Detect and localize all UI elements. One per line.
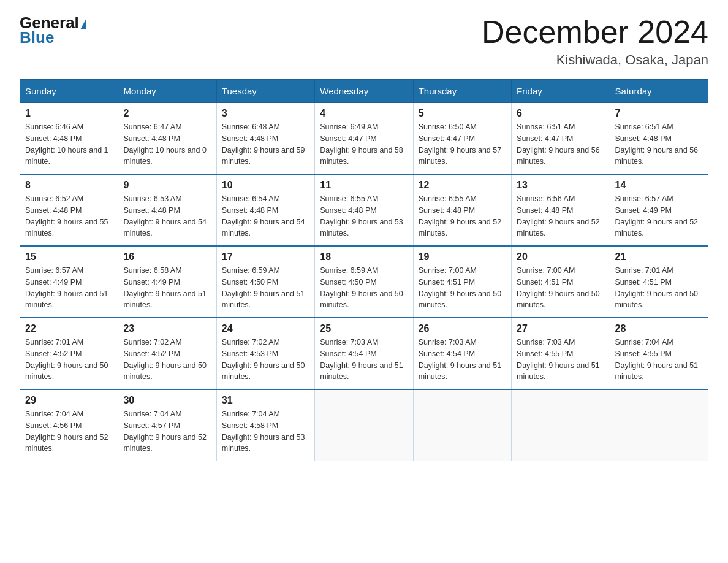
calendar-week-row: 22 Sunrise: 7:01 AM Sunset: 4:52 PM Dayl…: [20, 318, 708, 389]
table-row: 18 Sunrise: 6:59 AM Sunset: 4:50 PM Dayl…: [315, 246, 413, 318]
day-info: Sunrise: 7:02 AM Sunset: 4:53 PM Dayligh…: [222, 337, 309, 383]
day-number: 24: [222, 323, 309, 334]
table-row: 16 Sunrise: 6:58 AM Sunset: 4:49 PM Dayl…: [118, 246, 216, 318]
day-info: Sunrise: 6:49 AM Sunset: 4:47 PM Dayligh…: [320, 121, 408, 167]
day-number: 4: [320, 108, 408, 119]
day-info: Sunrise: 6:51 AM Sunset: 4:48 PM Dayligh…: [615, 121, 703, 167]
day-info: Sunrise: 6:52 AM Sunset: 4:48 PM Dayligh…: [25, 193, 113, 239]
table-row: 8 Sunrise: 6:52 AM Sunset: 4:48 PM Dayli…: [20, 174, 118, 246]
day-info: Sunrise: 7:03 AM Sunset: 4:55 PM Dayligh…: [517, 337, 604, 383]
logo: General Blue: [20, 15, 88, 45]
day-info: Sunrise: 6:55 AM Sunset: 4:48 PM Dayligh…: [419, 193, 506, 239]
day-number: 13: [517, 180, 604, 191]
table-row: 19 Sunrise: 7:00 AM Sunset: 4:51 PM Dayl…: [413, 246, 511, 318]
day-number: 16: [123, 251, 211, 262]
day-number: 1: [25, 108, 113, 119]
calendar-table: Sunday Monday Tuesday Wednesday Thursday…: [20, 79, 708, 461]
day-number: 26: [419, 323, 506, 334]
table-row: [512, 389, 610, 461]
calendar-week-row: 29 Sunrise: 7:04 AM Sunset: 4:56 PM Dayl…: [20, 389, 708, 461]
day-info: Sunrise: 6:57 AM Sunset: 4:49 PM Dayligh…: [25, 265, 113, 311]
day-info: Sunrise: 7:04 AM Sunset: 4:55 PM Dayligh…: [615, 337, 703, 383]
calendar-week-row: 15 Sunrise: 6:57 AM Sunset: 4:49 PM Dayl…: [20, 246, 708, 318]
day-info: Sunrise: 6:47 AM Sunset: 4:48 PM Dayligh…: [123, 121, 211, 167]
day-number: 12: [419, 180, 506, 191]
day-info: Sunrise: 6:54 AM Sunset: 4:48 PM Dayligh…: [222, 193, 309, 239]
day-number: 23: [123, 323, 211, 334]
table-row: 31 Sunrise: 7:04 AM Sunset: 4:58 PM Dayl…: [216, 389, 314, 461]
header-saturday: Saturday: [610, 80, 708, 103]
table-row: 28 Sunrise: 7:04 AM Sunset: 4:55 PM Dayl…: [610, 318, 708, 389]
day-info: Sunrise: 7:03 AM Sunset: 4:54 PM Dayligh…: [320, 337, 408, 383]
header-thursday: Thursday: [413, 80, 511, 103]
day-info: Sunrise: 6:48 AM Sunset: 4:48 PM Dayligh…: [222, 121, 309, 167]
table-row: 3 Sunrise: 6:48 AM Sunset: 4:48 PM Dayli…: [216, 103, 314, 175]
header-monday: Monday: [118, 80, 216, 103]
table-row: 25 Sunrise: 7:03 AM Sunset: 4:54 PM Dayl…: [315, 318, 413, 389]
page-header: General Blue December 2024 Kishiwada, Os…: [20, 15, 708, 68]
table-row: 6 Sunrise: 6:51 AM Sunset: 4:47 PM Dayli…: [512, 103, 610, 175]
table-row: 27 Sunrise: 7:03 AM Sunset: 4:55 PM Dayl…: [512, 318, 610, 389]
day-number: 5: [419, 108, 506, 119]
table-row: 26 Sunrise: 7:03 AM Sunset: 4:54 PM Dayl…: [413, 318, 511, 389]
table-row: 21 Sunrise: 7:01 AM Sunset: 4:51 PM Dayl…: [610, 246, 708, 318]
header-wednesday: Wednesday: [315, 80, 413, 103]
day-number: 7: [615, 108, 703, 119]
day-number: 29: [25, 395, 113, 406]
month-title: December 2024: [482, 15, 708, 50]
day-number: 14: [615, 180, 703, 191]
day-info: Sunrise: 7:04 AM Sunset: 4:58 PM Dayligh…: [222, 408, 309, 454]
table-row: [315, 389, 413, 461]
day-number: 3: [222, 108, 309, 119]
table-row: 24 Sunrise: 7:02 AM Sunset: 4:53 PM Dayl…: [216, 318, 314, 389]
day-info: Sunrise: 6:59 AM Sunset: 4:50 PM Dayligh…: [320, 265, 408, 311]
table-row: 10 Sunrise: 6:54 AM Sunset: 4:48 PM Dayl…: [216, 174, 314, 246]
table-row: 1 Sunrise: 6:46 AM Sunset: 4:48 PM Dayli…: [20, 103, 118, 175]
day-number: 6: [517, 108, 604, 119]
title-area: December 2024 Kishiwada, Osaka, Japan: [482, 15, 708, 68]
table-row: [610, 389, 708, 461]
location-text: Kishiwada, Osaka, Japan: [482, 52, 708, 68]
day-info: Sunrise: 7:04 AM Sunset: 4:56 PM Dayligh…: [25, 408, 113, 454]
day-number: 9: [123, 180, 211, 191]
day-number: 18: [320, 251, 408, 262]
day-number: 21: [615, 251, 703, 262]
day-info: Sunrise: 7:01 AM Sunset: 4:51 PM Dayligh…: [615, 265, 703, 311]
day-number: 11: [320, 180, 408, 191]
calendar-week-row: 8 Sunrise: 6:52 AM Sunset: 4:48 PM Dayli…: [20, 174, 708, 246]
day-info: Sunrise: 7:03 AM Sunset: 4:54 PM Dayligh…: [419, 337, 506, 383]
day-number: 15: [25, 251, 113, 262]
table-row: 13 Sunrise: 6:56 AM Sunset: 4:48 PM Dayl…: [512, 174, 610, 246]
day-info: Sunrise: 6:53 AM Sunset: 4:48 PM Dayligh…: [123, 193, 211, 239]
table-row: 29 Sunrise: 7:04 AM Sunset: 4:56 PM Dayl…: [20, 389, 118, 461]
calendar-week-row: 1 Sunrise: 6:46 AM Sunset: 4:48 PM Dayli…: [20, 103, 708, 175]
day-number: 2: [123, 108, 211, 119]
day-number: 19: [419, 251, 506, 262]
day-number: 20: [517, 251, 604, 262]
day-info: Sunrise: 7:01 AM Sunset: 4:52 PM Dayligh…: [25, 337, 113, 383]
table-row: 15 Sunrise: 6:57 AM Sunset: 4:49 PM Dayl…: [20, 246, 118, 318]
day-info: Sunrise: 6:51 AM Sunset: 4:47 PM Dayligh…: [517, 121, 604, 167]
day-info: Sunrise: 6:57 AM Sunset: 4:49 PM Dayligh…: [615, 193, 703, 239]
day-info: Sunrise: 7:02 AM Sunset: 4:52 PM Dayligh…: [123, 337, 211, 383]
table-row: 14 Sunrise: 6:57 AM Sunset: 4:49 PM Dayl…: [610, 174, 708, 246]
day-info: Sunrise: 6:56 AM Sunset: 4:48 PM Dayligh…: [517, 193, 604, 239]
header-sunday: Sunday: [20, 80, 118, 103]
table-row: 23 Sunrise: 7:02 AM Sunset: 4:52 PM Dayl…: [118, 318, 216, 389]
day-info: Sunrise: 6:59 AM Sunset: 4:50 PM Dayligh…: [222, 265, 309, 311]
day-number: 8: [25, 180, 113, 191]
table-row: 17 Sunrise: 6:59 AM Sunset: 4:50 PM Dayl…: [216, 246, 314, 318]
logo-blue-text: Blue: [20, 29, 54, 45]
table-row: 22 Sunrise: 7:01 AM Sunset: 4:52 PM Dayl…: [20, 318, 118, 389]
day-number: 31: [222, 395, 309, 406]
table-row: 20 Sunrise: 7:00 AM Sunset: 4:51 PM Dayl…: [512, 246, 610, 318]
logo-triangle-icon: [80, 18, 86, 29]
table-row: 9 Sunrise: 6:53 AM Sunset: 4:48 PM Dayli…: [118, 174, 216, 246]
day-number: 28: [615, 323, 703, 334]
table-row: 7 Sunrise: 6:51 AM Sunset: 4:48 PM Dayli…: [610, 103, 708, 175]
day-number: 25: [320, 323, 408, 334]
table-row: 11 Sunrise: 6:55 AM Sunset: 4:48 PM Dayl…: [315, 174, 413, 246]
day-info: Sunrise: 6:46 AM Sunset: 4:48 PM Dayligh…: [25, 121, 113, 167]
table-row: [413, 389, 511, 461]
table-row: 5 Sunrise: 6:50 AM Sunset: 4:47 PM Dayli…: [413, 103, 511, 175]
